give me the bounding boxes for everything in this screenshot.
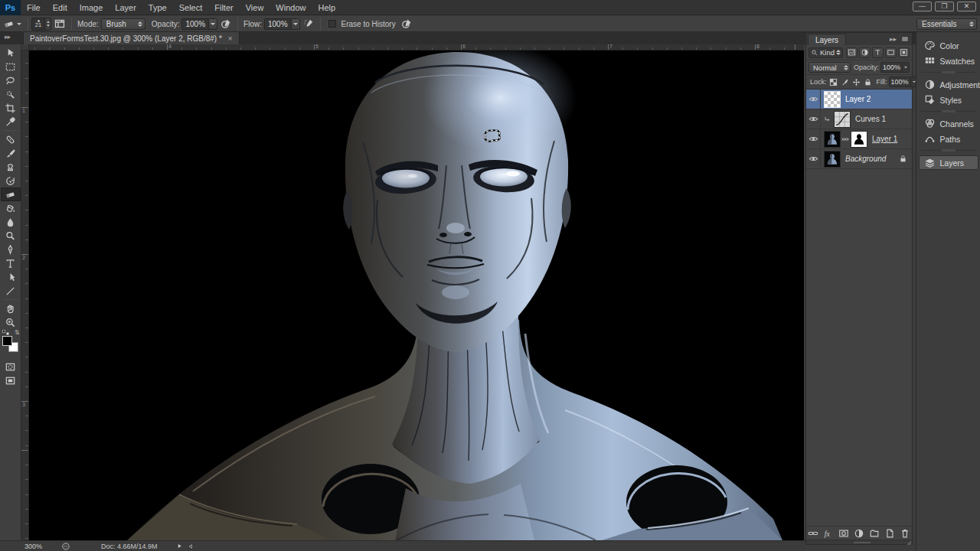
status-scroll-left-icon[interactable]: [188, 543, 194, 549]
tool-clone-stamp[interactable]: [1, 160, 21, 174]
panel-menu-icon[interactable]: [901, 35, 909, 43]
layer-thumbnail[interactable]: [824, 91, 841, 108]
minimize-button[interactable]: —: [913, 2, 932, 11]
layer-row-layer-1[interactable]: Layer 1: [806, 129, 912, 149]
menu-edit[interactable]: Edit: [47, 0, 74, 15]
chevron-down-icon[interactable]: [291, 19, 299, 29]
tab-layers[interactable]: Layers: [808, 34, 846, 45]
dock-panel-layers[interactable]: Layers: [919, 155, 978, 170]
panel-resize-strip[interactable]: [806, 540, 912, 544]
menu-select[interactable]: Select: [173, 0, 209, 15]
layer-name[interactable]: Layer 2: [845, 95, 871, 103]
tool-zoom[interactable]: [1, 315, 21, 329]
tool-preset-picker[interactable]: [0, 18, 24, 30]
add-mask-button[interactable]: [838, 528, 849, 539]
dock-panel-channels[interactable]: Channels: [919, 116, 978, 131]
chevron-down-icon[interactable]: [208, 19, 217, 29]
new-adjustment-button[interactable]: [854, 528, 864, 539]
tools-collapse-icon[interactable]: ▸▸: [5, 33, 10, 41]
filter-type-button[interactable]: [872, 47, 884, 58]
layer-row-curves-1[interactable]: Curves 1: [806, 109, 912, 129]
flow-combo[interactable]: 100%: [264, 18, 300, 30]
tool-quick-selection[interactable]: [1, 87, 21, 101]
new-group-button[interactable]: [869, 528, 880, 539]
visibility-toggle[interactable]: [806, 149, 821, 168]
dock-panel-swatches[interactable]: Swatches: [919, 54, 978, 68]
visibility-toggle[interactable]: [806, 109, 821, 129]
tablet-pressure-opacity-button[interactable]: [217, 18, 234, 30]
brush-size-spinner[interactable]: [44, 18, 51, 30]
default-colors-icon[interactable]: [2, 330, 9, 335]
tool-brush[interactable]: [1, 146, 21, 160]
menu-help[interactable]: Help: [312, 0, 341, 15]
layer-thumbnail[interactable]: [824, 151, 841, 168]
mode-dropdown[interactable]: Brush: [101, 18, 145, 30]
filter-pixel-button[interactable]: [846, 47, 858, 58]
filter-kind-dropdown[interactable]: Kind: [808, 47, 843, 58]
layer-thumbnail[interactable]: [834, 111, 851, 128]
tool-lasso[interactable]: [1, 73, 21, 87]
layer-name[interactable]: Background: [845, 155, 886, 163]
tablet-pressure-size-button[interactable]: [398, 18, 415, 30]
lock-move-button[interactable]: [851, 77, 862, 87]
maximize-button[interactable]: ❐: [935, 2, 954, 11]
screen-mode-button[interactable]: [1, 373, 21, 387]
layer-opacity-combo[interactable]: 100%: [880, 62, 910, 73]
layer-row-background[interactable]: Background: [806, 149, 912, 169]
tool-move[interactable]: [1, 46, 21, 60]
close-tab-icon[interactable]: ×: [228, 34, 233, 43]
lock-all-button[interactable]: [863, 77, 874, 87]
menu-layer[interactable]: Layer: [109, 0, 142, 15]
foreground-color-swatch[interactable]: [2, 336, 12, 346]
tool-path-selection[interactable]: [1, 270, 21, 284]
tool-eraser[interactable]: [1, 187, 21, 201]
erase-to-history-checkbox[interactable]: [328, 20, 336, 28]
vertical-ruler[interactable]: 123: [21, 51, 29, 540]
tool-marquee[interactable]: [1, 60, 21, 73]
menu-image[interactable]: Image: [74, 0, 109, 15]
swap-colors-icon[interactable]: ⇅: [15, 329, 20, 336]
lock-transparent-button[interactable]: [828, 77, 839, 87]
resize-grip-icon[interactable]: [906, 540, 911, 545]
tool-crop[interactable]: [1, 101, 21, 115]
brush-size-picker[interactable]: 21: [31, 18, 51, 31]
dock-panel-paths[interactable]: Paths: [919, 132, 978, 146]
menu-type[interactable]: Type: [142, 0, 173, 15]
menu-file[interactable]: File: [21, 0, 47, 15]
tool-line[interactable]: [1, 284, 21, 298]
filter-adjustment-button[interactable]: [859, 47, 871, 58]
visibility-toggle[interactable]: [806, 129, 821, 148]
airbrush-button[interactable]: [300, 18, 317, 30]
blend-mode-dropdown[interactable]: Normal: [808, 62, 851, 73]
link-layers-button[interactable]: [808, 528, 818, 539]
visibility-toggle[interactable]: [806, 90, 821, 109]
tool-history-brush[interactable]: [1, 174, 21, 187]
panel-collapse-icon[interactable]: ▸▸: [890, 35, 897, 43]
status-scroll-right-icon[interactable]: [176, 543, 183, 549]
delete-layer-button[interactable]: [900, 528, 910, 539]
adobe-drive-icon[interactable]: [61, 542, 70, 551]
tool-healing-brush[interactable]: [1, 132, 21, 146]
layer-thumbnail[interactable]: [824, 131, 841, 148]
brush-panel-toggle[interactable]: [51, 18, 68, 30]
layer-mask-thumbnail[interactable]: [851, 131, 867, 148]
dock-panel-adjustments[interactable]: Adjustments: [919, 77, 978, 92]
tool-blur[interactable]: [1, 215, 21, 229]
layer-name[interactable]: Curves 1: [855, 115, 886, 123]
filter-smart-button[interactable]: [898, 47, 910, 58]
filter-shape-button[interactable]: [885, 47, 897, 58]
workspace-switcher[interactable]: Essentials: [916, 18, 977, 30]
document-tab[interactable]: PaintoverFormsTest.30.jpg @ 300% (Layer …: [23, 32, 240, 44]
layer-fill-combo[interactable]: 100%: [889, 77, 918, 87]
close-button[interactable]: ✕: [957, 2, 976, 11]
lock-brush-button[interactable]: [840, 77, 851, 87]
tool-paint-bucket[interactable]: [1, 201, 21, 215]
zoom-level-field[interactable]: 300%: [21, 543, 51, 550]
fx-button[interactable]: fx: [823, 528, 834, 539]
tool-hand[interactable]: [1, 302, 21, 315]
new-layer-button[interactable]: [884, 528, 895, 539]
layer-name[interactable]: Layer 1: [872, 135, 897, 143]
quick-mask-button[interactable]: [1, 360, 21, 373]
tool-pen[interactable]: [1, 243, 21, 256]
menu-filter[interactable]: Filter: [208, 0, 239, 15]
